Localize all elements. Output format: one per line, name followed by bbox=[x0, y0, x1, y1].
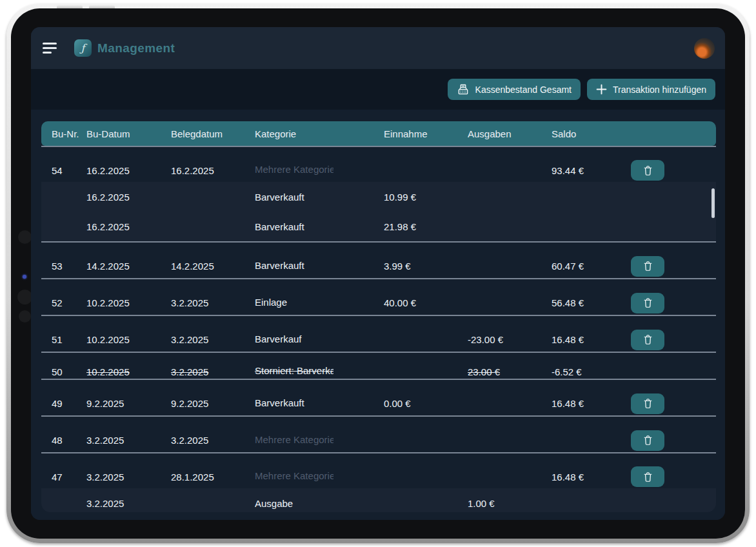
cash-balance-label: Kassenbestand Gesamt bbox=[475, 85, 572, 95]
delete-button[interactable] bbox=[631, 330, 664, 350]
cell-actions bbox=[631, 256, 707, 277]
kategorie-text: Mehrere Kategorien bbox=[255, 164, 333, 175]
cell-saldo: 16.48 € bbox=[552, 398, 631, 409]
cell-belegdatum: 3.2.2025 bbox=[171, 334, 255, 345]
column-header-einnahme: Einnahme bbox=[384, 128, 468, 139]
cell-einnahme: 3.99 € bbox=[384, 261, 468, 272]
cell-bu-datum: 16.2.2025 bbox=[86, 192, 171, 203]
cell-bu-datum: 14.2.2025 bbox=[86, 261, 171, 272]
cell-bu-nr: 52 bbox=[52, 297, 86, 308]
cell-kategorie: Mehrere Kategorien bbox=[255, 434, 384, 447]
cell-kategorie: Mehrere Kategorien bbox=[255, 164, 384, 177]
cell-einnahme: 40.00 € bbox=[384, 297, 468, 308]
transaction-row-main[interactable]: 5314.2.202514.2.2025Barverkauft3.99 €60.… bbox=[41, 243, 716, 278]
transaction-row-main[interactable]: 5010.2.20253.2.2025Storniert: Barverkauf… bbox=[41, 353, 716, 379]
cell-bu-datum: 3.2.2025 bbox=[86, 498, 171, 509]
cell-bu-datum: 10.2.2025 bbox=[86, 297, 171, 308]
cell-bu-datum: 16.2.2025 bbox=[86, 165, 171, 176]
transaction-subrow: 3.2.2025Ausgabe1.00 € bbox=[41, 488, 716, 512]
cell-kategorie: Storniert: Barverkauf bbox=[255, 365, 384, 378]
delete-button[interactable] bbox=[631, 256, 664, 277]
cell-ausgaben: 1.00 € bbox=[468, 498, 552, 509]
transaction-row: 5110.2.20253.2.2025Barverkauf-23.00 €16.… bbox=[41, 316, 716, 353]
cell-saldo: -6.52 € bbox=[552, 366, 631, 377]
scrollbar-thumb[interactable] bbox=[711, 188, 715, 218]
kategorie-text: Barverkauf bbox=[255, 333, 333, 344]
cell-bu-nr: 51 bbox=[52, 334, 86, 345]
transaction-subrow: 16.2.2025Barverkauft10.99 € bbox=[41, 182, 716, 212]
delete-button[interactable] bbox=[631, 293, 664, 313]
cell-bu-nr: 53 bbox=[52, 261, 86, 272]
cell-bu-datum: 10.2.2025 bbox=[86, 334, 171, 345]
cell-bu-datum: 16.2.2025 bbox=[86, 221, 171, 232]
screen: ƒ Management Kassenbestand Gesamt bbox=[31, 27, 725, 520]
column-header-belegdatum: Belegdatum bbox=[171, 128, 255, 139]
cell-bu-nr: 49 bbox=[52, 398, 86, 409]
cell-ausgaben: 23.00 € bbox=[468, 366, 552, 377]
transaction-row-main[interactable]: 473.2.202528.1.2025Mehrere Kategorien16.… bbox=[41, 453, 716, 488]
tablet-bezel: ƒ Management Kassenbestand Gesamt bbox=[11, 8, 745, 539]
transaction-row-main[interactable]: 499.2.20259.2.2025Barverkauft0.00 €16.48… bbox=[41, 380, 716, 415]
trash-icon bbox=[642, 397, 653, 410]
app-bar: ƒ Management bbox=[31, 27, 725, 69]
kategorie-text: Mehrere Kategorien bbox=[255, 434, 333, 445]
table-header: Bu-Nr. Bu-Datum Belegdatum Kategorie Ein… bbox=[41, 121, 716, 146]
transaction-row-main[interactable]: 5210.2.20253.2.2025Einlage40.00 €56.48 € bbox=[41, 279, 716, 315]
kategorie-text: Mehrere Kategorien bbox=[255, 470, 333, 481]
delete-button[interactable] bbox=[631, 160, 664, 181]
cell-actions bbox=[631, 160, 707, 181]
column-header-bu-datum: Bu-Datum bbox=[86, 128, 171, 139]
tablet-device: ƒ Management Kassenbestand Gesamt bbox=[6, 4, 750, 543]
cell-bu-nr: 48 bbox=[52, 435, 86, 446]
main-content: Bu-Nr. Bu-Datum Belegdatum Kategorie Ein… bbox=[31, 110, 725, 520]
cell-bu-nr: 47 bbox=[52, 472, 86, 482]
trash-icon bbox=[642, 260, 653, 272]
avatar[interactable] bbox=[694, 38, 715, 59]
cell-saldo: 60.47 € bbox=[552, 261, 631, 272]
trash-icon bbox=[642, 164, 653, 177]
transaction-row-main[interactable]: 5110.2.20253.2.2025Barverkauf-23.00 €16.… bbox=[41, 316, 716, 352]
add-transaction-button[interactable]: Transaktion hinzufügen bbox=[587, 79, 715, 100]
kategorie-text: Einlage bbox=[255, 297, 333, 308]
trash-icon bbox=[642, 434, 653, 446]
cell-belegdatum: 9.2.2025 bbox=[171, 398, 255, 409]
cell-bu-datum: 3.2.2025 bbox=[86, 435, 171, 446]
transaction-row: 473.2.202528.1.2025Mehrere Kategorien16.… bbox=[41, 453, 716, 512]
trash-icon bbox=[642, 471, 653, 483]
cell-saldo: 16.48 € bbox=[552, 472, 631, 482]
cell-einnahme: 0.00 € bbox=[384, 398, 468, 409]
transaction-subrow: 16.2.2025Barverkauft21.98 € bbox=[41, 212, 716, 241]
cell-bu-nr: 50 bbox=[52, 366, 86, 377]
cell-belegdatum: 3.2.2025 bbox=[171, 297, 255, 308]
cell-bu-datum: 9.2.2025 bbox=[86, 398, 171, 409]
cash-balance-button[interactable]: Kassenbestand Gesamt bbox=[448, 79, 581, 100]
cell-saldo: 93.44 € bbox=[552, 165, 631, 176]
delete-button[interactable] bbox=[631, 466, 664, 487]
transactions-table: Bu-Nr. Bu-Datum Belegdatum Kategorie Ein… bbox=[41, 121, 716, 512]
app-title: Management bbox=[97, 41, 175, 55]
cell-ausgaben: -23.00 € bbox=[468, 334, 552, 345]
app-logo-icon: ƒ bbox=[74, 39, 92, 57]
delete-button[interactable] bbox=[631, 393, 664, 414]
kategorie-text: Barverkauft bbox=[255, 397, 333, 408]
camera-indicator-icon bbox=[23, 275, 26, 279]
trash-icon bbox=[642, 333, 653, 346]
camera-lens-icon bbox=[19, 310, 31, 323]
cell-belegdatum: 14.2.2025 bbox=[171, 261, 255, 272]
cell-bu-datum: 10.2.2025 bbox=[86, 366, 171, 377]
hamburger-menu-icon[interactable] bbox=[43, 43, 58, 54]
column-header-kategorie: Kategorie bbox=[255, 128, 384, 139]
transaction-row: 483.2.20253.2.2025Mehrere Kategorien bbox=[41, 417, 716, 453]
cell-saldo: 56.48 € bbox=[552, 297, 631, 308]
cell-actions bbox=[631, 466, 707, 487]
transaction-row-main[interactable]: 5416.2.202516.2.2025Mehrere Kategorien93… bbox=[41, 147, 716, 182]
transaction-row: 499.2.20259.2.2025Barverkauft0.00 €16.48… bbox=[41, 380, 716, 417]
transaction-row: 5314.2.202514.2.2025Barverkauft3.99 €60.… bbox=[41, 243, 716, 279]
delete-button[interactable] bbox=[631, 430, 664, 451]
column-header-bu-nr: Bu-Nr. bbox=[52, 128, 86, 139]
cell-einnahme: 21.98 € bbox=[384, 221, 468, 232]
transaction-row: 5010.2.20253.2.2025Storniert: Barverkauf… bbox=[41, 353, 716, 380]
transaction-row-main[interactable]: 483.2.20253.2.2025Mehrere Kategorien bbox=[41, 417, 716, 452]
cell-actions bbox=[631, 293, 707, 313]
cell-kategorie: Barverkauft bbox=[255, 192, 384, 203]
